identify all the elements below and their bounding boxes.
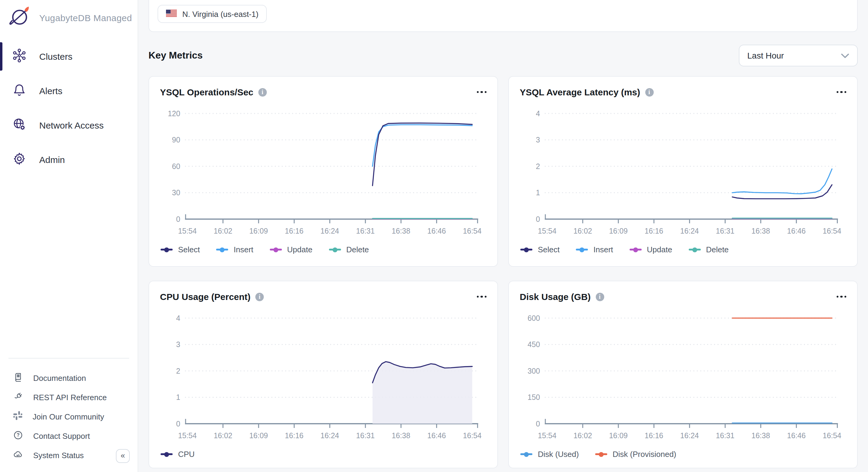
svg-text:16:38: 16:38 xyxy=(392,227,410,235)
chart-legend: SelectInsertUpdateDelete xyxy=(161,245,369,254)
svg-text:16:02: 16:02 xyxy=(574,227,592,235)
svg-text:4: 4 xyxy=(536,109,540,118)
chart-title: Disk Usage (GB) xyxy=(520,291,591,302)
svg-text:4: 4 xyxy=(176,314,180,322)
svg-text:30: 30 xyxy=(172,189,180,197)
svg-text:16:31: 16:31 xyxy=(356,432,375,440)
svg-text:16:16: 16:16 xyxy=(645,227,663,235)
svg-text:16:54: 16:54 xyxy=(823,432,841,440)
sidebar-item-label: Admin xyxy=(39,155,65,165)
sidebar-item-admin[interactable]: Admin xyxy=(0,143,137,177)
svg-text:2: 2 xyxy=(536,162,540,170)
svg-text:450: 450 xyxy=(528,340,540,349)
legend-marker xyxy=(161,453,173,455)
legend-marker xyxy=(576,249,588,250)
svg-text:16:16: 16:16 xyxy=(285,432,304,440)
legend-label: Select xyxy=(538,245,560,254)
legend-marker xyxy=(595,453,607,455)
more-options-button[interactable] xyxy=(476,89,487,96)
sidebar-link-community[interactable]: Join Our Community xyxy=(0,407,137,426)
svg-text:16:46: 16:46 xyxy=(427,432,446,440)
legend-label: Update xyxy=(287,245,312,254)
info-icon[interactable]: i xyxy=(258,88,267,96)
sidebar-item-clusters[interactable]: Clusters xyxy=(0,39,137,74)
sidebar-item-alerts[interactable]: Alerts xyxy=(0,74,137,108)
legend-item: Update xyxy=(270,245,312,254)
more-options-button[interactable] xyxy=(476,293,487,300)
legend-item: Delete xyxy=(329,245,369,254)
sidebar-link-rest-api[interactable]: REST API Reference xyxy=(0,387,137,407)
svg-text:300: 300 xyxy=(528,367,540,375)
cloud-status-icon xyxy=(13,449,24,462)
svg-text:16:09: 16:09 xyxy=(249,227,268,235)
svg-text:16:46: 16:46 xyxy=(427,227,446,235)
region-card: N. Virginia (us-east-1) xyxy=(149,0,858,32)
chart-legend: Disk (Used)Disk (Provisioned) xyxy=(520,450,676,459)
legend-marker xyxy=(161,249,173,250)
sidebar-item-label: Network Access xyxy=(39,120,103,130)
chart-plot-area: 0123415:5416:0216:0916:1616:2416:3116:38… xyxy=(520,103,846,242)
us-flag-icon xyxy=(166,9,177,19)
chart-legend: SelectInsertUpdateDelete xyxy=(520,245,728,254)
globe-gear-icon xyxy=(12,117,27,133)
svg-text:16:09: 16:09 xyxy=(609,227,628,235)
legend-marker xyxy=(270,249,282,250)
chart-canvas: 0123415:5416:0216:0916:1616:2416:3116:38… xyxy=(160,308,487,447)
sidebar-item-network-access[interactable]: Network Access xyxy=(0,108,137,143)
svg-text:60: 60 xyxy=(172,162,180,170)
metric-card-ysql-latency: YSQL Average Latency (ms) i 0123415:5416… xyxy=(508,76,858,267)
chart-canvas: 015030045060015:5416:0216:0916:1616:2416… xyxy=(520,308,846,447)
info-icon[interactable]: i xyxy=(255,292,264,301)
svg-text:16:46: 16:46 xyxy=(787,227,806,235)
svg-text:2: 2 xyxy=(176,367,180,375)
more-options-button[interactable] xyxy=(836,89,846,96)
plug-icon xyxy=(13,391,24,404)
sidebar-link-documentation[interactable]: Documentation xyxy=(0,368,137,387)
svg-text:15:54: 15:54 xyxy=(538,432,557,440)
svg-text:16:31: 16:31 xyxy=(716,227,735,235)
legend-item: Select xyxy=(520,245,560,254)
legend-label: Select xyxy=(178,245,200,254)
card-header: YSQL Average Latency (ms) i xyxy=(509,77,857,97)
svg-text:0: 0 xyxy=(176,215,180,223)
legend-marker xyxy=(216,249,228,250)
question-circle-icon: ? xyxy=(13,430,24,442)
info-icon[interactable]: i xyxy=(595,292,604,301)
legend-marker xyxy=(329,249,341,250)
yugabytedb-logo-icon xyxy=(8,4,32,31)
svg-text:0: 0 xyxy=(536,420,540,428)
sidebar-link-support[interactable]: ? Contact Support xyxy=(0,426,137,445)
svg-text:16:09: 16:09 xyxy=(249,432,268,440)
gear-icon xyxy=(12,152,27,168)
legend-label: Insert xyxy=(234,245,253,254)
svg-text:90: 90 xyxy=(172,136,180,144)
svg-text:150: 150 xyxy=(528,393,540,401)
sidebar-item-label: Clusters xyxy=(39,51,72,62)
legend-item: Update xyxy=(629,245,672,254)
chart-plot-area: 015030045060015:5416:0216:0916:1616:2416… xyxy=(520,308,846,447)
legend-marker xyxy=(520,249,532,250)
region-chip[interactable]: N. Virginia (us-east-1) xyxy=(158,5,267,23)
sidebar-link-label: Documentation xyxy=(33,373,86,382)
legend-label: CPU xyxy=(178,450,195,459)
svg-text:16:54: 16:54 xyxy=(463,227,482,235)
svg-text:16:54: 16:54 xyxy=(463,432,482,440)
more-options-button[interactable] xyxy=(836,293,846,300)
metrics-header: Key Metrics Last Hour xyxy=(149,43,858,68)
chart-plot-area: 0123415:5416:0216:0916:1616:2416:3116:38… xyxy=(160,308,487,447)
svg-text:600: 600 xyxy=(528,314,540,322)
legend-marker xyxy=(688,249,701,250)
legend-marker xyxy=(520,453,532,455)
sidebar-item-label: Alerts xyxy=(39,86,62,96)
info-icon[interactable]: i xyxy=(645,88,653,96)
sidebar-collapse-button[interactable]: « xyxy=(116,449,130,463)
sidebar-link-label: System Status xyxy=(33,450,84,460)
svg-text:1: 1 xyxy=(536,189,540,197)
svg-text:15:54: 15:54 xyxy=(178,432,197,440)
svg-text:16:24: 16:24 xyxy=(680,227,699,235)
legend-item: Disk (Used) xyxy=(520,450,579,459)
sidebar-link-label: Join Our Community xyxy=(33,412,104,421)
chevron-down-icon xyxy=(841,51,849,60)
time-range-dropdown[interactable]: Last Hour xyxy=(739,45,858,66)
legend-label: Insert xyxy=(593,245,613,254)
